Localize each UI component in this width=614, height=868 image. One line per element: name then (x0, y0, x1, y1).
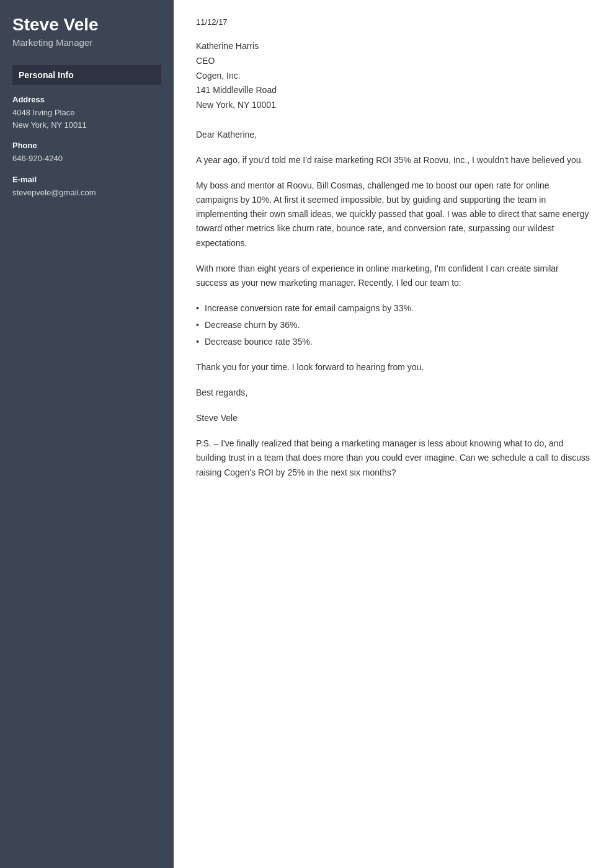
recipient-title: CEO (196, 54, 592, 69)
letter-ps: P.S. – I've finally realized that being … (196, 436, 592, 479)
personal-info-header: Personal Info (12, 65, 161, 85)
letter-date: 11/12/17 (196, 17, 592, 27)
recipient-address2: New York, NY 10001 (196, 98, 592, 113)
letter-content: 11/12/17 Katherine Harris CEO Cogen, Inc… (174, 0, 614, 868)
applicant-name: Steve Vele (12, 15, 161, 35)
letter-body: Dear Katherine, A year ago, if you'd tol… (196, 128, 592, 480)
letter-closing: Best regards, (196, 386, 592, 400)
bullet-item-1: Increase conversion rate for email campa… (196, 301, 592, 316)
recipient-name: Katherine Harris (196, 39, 592, 54)
letter-signature: Steve Vele (196, 411, 592, 425)
address-label: Address (12, 95, 161, 104)
recipient-block: Katherine Harris CEO Cogen, Inc. 141 Mid… (196, 39, 592, 113)
email-value: stevepvele@gmail.com (12, 187, 161, 199)
letter-paragraph-2: My boss and mentor at Roovu, Bill Cosmas… (196, 179, 592, 250)
recipient-address1: 141 Middleville Road (196, 83, 592, 98)
sidebar: Steve Vele Marketing Manager Personal In… (0, 0, 174, 868)
recipient-company: Cogen, Inc. (196, 69, 592, 84)
achievements-list: Increase conversion rate for email campa… (196, 301, 592, 349)
letter-paragraph-3: With more than eight years of experience… (196, 262, 592, 290)
bullet-item-3: Decrease bounce rate 35%. (196, 335, 592, 349)
bullet-item-2: Decrease churn by 36%. (196, 318, 592, 332)
phone-value: 646-920-4240 (12, 153, 161, 165)
email-label: E-mail (12, 175, 161, 184)
letter-paragraph-4: Thank you for your time. I look forward … (196, 360, 592, 374)
applicant-job-title: Marketing Manager (12, 37, 161, 48)
address-value: 4048 Irving Place New York, NY 10011 (12, 107, 161, 131)
salutation: Dear Katherine, (196, 128, 592, 142)
letter-paragraph-1: A year ago, if you'd told me I'd raise m… (196, 153, 592, 167)
phone-label: Phone (12, 141, 161, 150)
